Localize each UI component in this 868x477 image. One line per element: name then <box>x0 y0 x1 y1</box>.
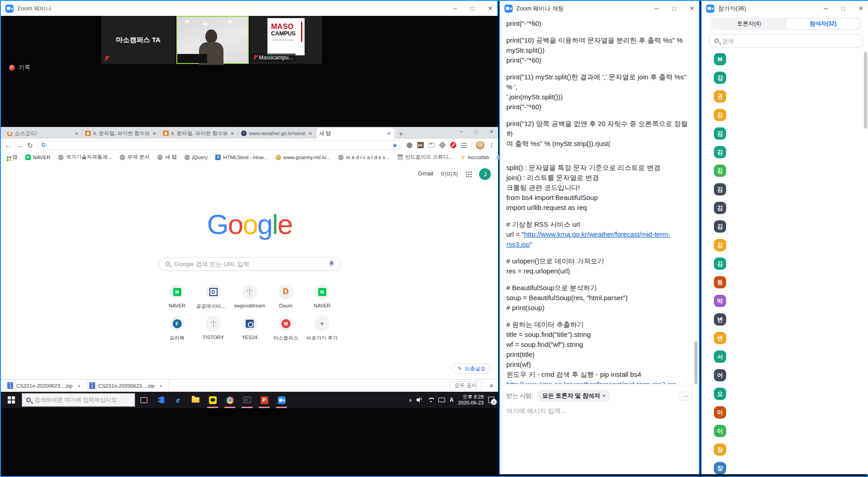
participants-search[interactable] <box>709 34 863 48</box>
shortcut-마소캠퍼스[interactable]: M마소캠퍼스 <box>268 316 304 341</box>
browser-close-button[interactable]: ✕ <box>490 129 494 135</box>
participant-row[interactable]: 김 <box>702 124 868 143</box>
address-bar[interactable]: G ★ <box>38 141 402 150</box>
participant-row[interactable]: 장 <box>702 440 868 459</box>
tray-expand-icon[interactable]: ∧ <box>409 398 412 403</box>
bookmark-star-icon[interactable]: ★ <box>392 142 398 149</box>
download-bar-close-icon[interactable]: ✕ <box>489 383 494 389</box>
participant-row[interactable]: 김 <box>702 106 868 124</box>
browser-maximize-button[interactable]: □ <box>475 129 478 135</box>
tab-close-icon[interactable]: ✕ <box>152 131 157 136</box>
chat-scrollbar[interactable] <box>694 341 698 384</box>
participant-row[interactable]: 어 <box>702 366 868 385</box>
chat-maximize-button[interactable]: □ <box>672 5 676 11</box>
notification-icon[interactable]: 1 <box>488 397 495 403</box>
participant-row[interactable]: 장 <box>702 459 868 474</box>
participant-row[interactable]: 박 <box>702 292 868 310</box>
taskbar-clock[interactable]: 오후 8:28 2020-06-23 <box>458 394 484 406</box>
google-avatar[interactable]: J <box>479 168 491 180</box>
participant-row[interactable]: M <box>702 50 868 68</box>
browser-tab[interactable]: www.weather.go.kr/weather/for✕ <box>238 128 316 139</box>
speaker-muted-icon[interactable] <box>417 397 423 403</box>
chat-link[interactable]: http://www.kma.go.kr/weather/forecast/mi… <box>524 230 670 238</box>
participant-row[interactable]: 김 <box>702 236 868 254</box>
taskbar-icon-task-view[interactable] <box>135 392 152 408</box>
bookmark-item[interactable]: 새 탭 <box>157 154 177 161</box>
participant-row[interactable]: 강 <box>702 68 868 87</box>
participant-row[interactable]: 김 <box>702 161 868 180</box>
bookmark-item[interactable]: jQuery <box>184 155 208 160</box>
back-button[interactable]: ← <box>5 142 11 149</box>
browser-minimize-button[interactable]: ─ <box>459 129 463 135</box>
shortcut-TISTORY[interactable]: TISTORY <box>195 316 232 341</box>
show-all-downloads-button[interactable]: 모두 표시 <box>450 381 482 390</box>
participants-scrollbar[interactable] <box>864 52 867 129</box>
download-chevron-icon[interactable]: ∧ <box>78 384 81 388</box>
video-tile-speaker[interactable] <box>176 16 249 64</box>
chat-minimize-button[interactable]: ─ <box>655 5 659 11</box>
google-search-box[interactable] <box>159 257 341 271</box>
participants-minimize-button[interactable]: ─ <box>824 5 828 11</box>
bookmark-item[interactable]: www.goarmy.mil.kr... <box>276 155 331 160</box>
participant-row[interactable]: 동 <box>702 273 868 292</box>
reload-button[interactable]: ↻ <box>27 142 33 149</box>
tab-토론자(4)[interactable]: 토론자(4) <box>712 19 786 29</box>
google-search-input[interactable] <box>175 261 325 268</box>
participant-row[interactable]: 오 <box>702 385 868 403</box>
browser-menu-icon[interactable]: ⋮ <box>489 142 495 149</box>
shortcut-swgooddream[interactable]: swgooddream <box>232 284 268 310</box>
chat-link[interactable]: rss3.jsp <box>506 240 530 248</box>
participant-row[interactable]: 이 <box>702 403 868 422</box>
shortcut-NAVER[interactable]: NNAVER <box>159 284 195 310</box>
shortcut-바로가기 추가[interactable]: +바로가기 추가 <box>304 316 340 341</box>
google-top-link[interactable]: Gmail <box>418 170 433 178</box>
tab-close-icon[interactable]: ✕ <box>386 131 392 136</box>
google-apps-icon[interactable] <box>466 171 472 177</box>
display-icon[interactable] <box>438 398 445 402</box>
taskbar-search[interactable] <box>22 393 135 407</box>
shortcut-프리랙[interactable]: F프리랙 <box>159 316 195 341</box>
participant-row[interactable]: 김 <box>702 254 868 273</box>
maximize-button[interactable]: □ <box>470 5 474 11</box>
participant-row[interactable]: 김 <box>702 143 868 161</box>
bookmark-item[interactable]: 5HTML5test - How... <box>215 155 267 160</box>
bookmark-item[interactable]: m e d i c a l d e s... <box>338 155 390 160</box>
voice-search-icon[interactable] <box>329 261 334 268</box>
chat-message-input[interactable] <box>506 407 693 414</box>
list-extension-icon[interactable] <box>461 142 467 149</box>
participants-search-input[interactable] <box>722 38 858 44</box>
minimize-button[interactable]: ─ <box>453 5 457 11</box>
bookmark-item[interactable]: 국가기술자격통계... <box>58 154 112 161</box>
download-item[interactable]: CS231n-20200623....zip∧ <box>5 380 87 392</box>
taskbar-icon-powerpoint[interactable]: P <box>256 392 273 408</box>
taskbar-icon-kakaotalk[interactable] <box>204 392 221 408</box>
taskbar-icon-file-explorer[interactable] <box>187 392 204 408</box>
tab-참석자(32)[interactable]: 참석자(32) <box>786 19 860 29</box>
shortcut-Daum[interactable]: DDaum <box>268 284 304 310</box>
send-to-dropdown[interactable]: 모든 토론자 및 참석자 ˅ <box>538 390 610 402</box>
bookmark-item[interactable]: 앱 <box>5 154 18 161</box>
browser-tab[interactable]: 소스코드/✕ <box>5 128 82 139</box>
participant-row[interactable]: 서 <box>702 347 868 366</box>
browser-tab[interactable]: 4. 문자열, 파이썬 함수와 모듈 -✕ <box>160 128 238 139</box>
chat-messages[interactable]: print("-"*60)print("10) 공백을 이용하여 문자열을 분리… <box>500 16 699 384</box>
participant-row[interactable]: 변 <box>702 310 868 329</box>
taskbar-icon-terminal[interactable]: >_ <box>238 392 256 408</box>
bookmark-item[interactable]: 무제 문서 <box>120 154 150 161</box>
taskbar-search-input[interactable] <box>34 397 131 403</box>
shortcut-공공데이터포털[interactable]: D공공데이터포털 <box>195 284 232 310</box>
close-button[interactable]: ✕ <box>488 5 493 11</box>
taskbar-icon-internet-explorer[interactable]: e <box>170 392 187 408</box>
participant-row[interactable]: 김 <box>702 217 868 236</box>
download-chevron-icon[interactable]: ∧ <box>160 384 163 388</box>
new-tab-button[interactable]: + <box>394 130 407 139</box>
browser-tab[interactable]: 새 탭✕ <box>316 128 394 139</box>
taskbar-icon-vscode[interactable] <box>152 392 170 408</box>
participant-row[interactable]: 권 <box>702 87 868 106</box>
pin-extension-icon[interactable] <box>439 142 446 149</box>
browser-tab[interactable]: 4. 문자열, 파이썬 함수와 모듈_s✕ <box>82 128 160 139</box>
taskbar-icon-chrome[interactable] <box>221 392 238 408</box>
mail-extension-icon[interactable] <box>428 142 435 149</box>
chat-close-button[interactable]: ✕ <box>689 5 694 11</box>
video-tile-ta[interactable]: 마소캠퍼스 TA <box>101 16 175 64</box>
